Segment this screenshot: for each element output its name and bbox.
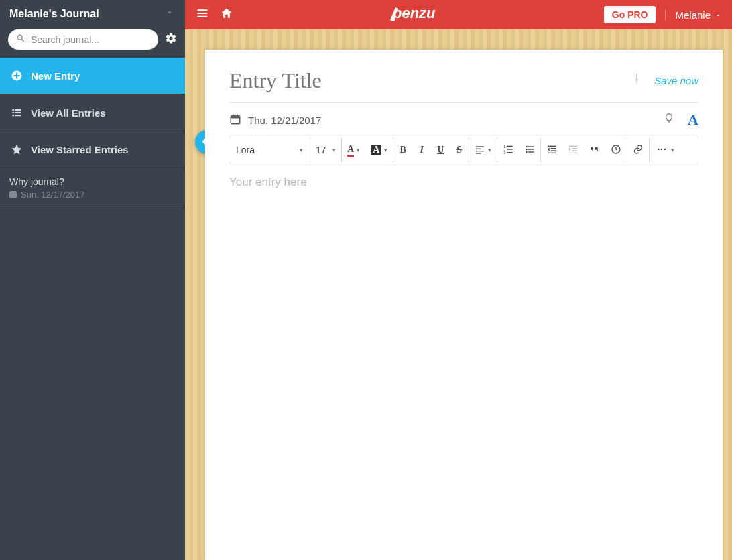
sidebar-item-view-all[interactable]: View All Entries: [0, 94, 185, 131]
ordered-list-icon: 123: [503, 144, 513, 157]
sidebar: Melanie's Journal New Entry: [0, 0, 185, 560]
settings-button[interactable]: [165, 32, 177, 47]
caret-down-icon: ▾: [332, 147, 336, 153]
svg-rect-22: [476, 153, 481, 153]
text-style-button[interactable]: A: [688, 111, 698, 129]
outdent-button[interactable]: [541, 137, 562, 163]
bold-button[interactable]: B: [393, 137, 412, 163]
svg-rect-17: [233, 114, 234, 117]
svg-point-44: [658, 148, 660, 150]
sidebar-item-label: New Entry: [31, 70, 80, 82]
svg-rect-41: [572, 150, 577, 151]
pin-icon[interactable]: [631, 73, 642, 89]
unordered-list-button[interactable]: [519, 137, 540, 163]
svg-rect-11: [198, 16, 208, 17]
insert-time-button[interactable]: [605, 137, 627, 163]
svg-point-45: [661, 148, 663, 150]
prompt-button[interactable]: [664, 113, 674, 127]
svg-point-29: [526, 145, 528, 147]
indent-button[interactable]: [562, 137, 584, 163]
svg-line-1: [21, 39, 23, 41]
sidebar-item-new-entry[interactable]: New Entry: [0, 58, 185, 94]
font-size-select[interactable]: 17 ▾: [310, 137, 341, 163]
svg-rect-19: [476, 146, 484, 147]
svg-rect-10: [198, 13, 208, 14]
svg-text:3: 3: [504, 151, 506, 155]
svg-point-33: [526, 151, 528, 153]
indent-icon: [568, 144, 578, 157]
bold-icon: B: [400, 145, 406, 155]
svg-rect-34: [528, 151, 534, 152]
entry-list-item[interactable]: Why journal? Sun. 12/17/2017: [0, 168, 185, 208]
highlight-icon: A: [371, 145, 381, 155]
svg-rect-30: [528, 146, 534, 147]
insert-link-button[interactable]: [627, 137, 649, 163]
caret-down-icon: ▾: [357, 147, 360, 153]
svg-rect-7: [12, 115, 14, 116]
text-color-button[interactable]: A ▾: [342, 137, 365, 163]
clock-icon: [611, 144, 621, 157]
caret-down-icon: ▾: [300, 147, 303, 153]
svg-rect-39: [569, 145, 577, 146]
svg-rect-16: [231, 115, 240, 118]
strikethrough-button[interactable]: S: [450, 137, 469, 163]
lightbulb-icon: [664, 115, 674, 127]
logo[interactable]: penzu: [386, 3, 450, 26]
svg-rect-36: [551, 148, 556, 149]
svg-rect-8: [15, 115, 21, 116]
ordered-list-button[interactable]: 123: [497, 137, 519, 163]
caret-down-icon: [715, 9, 721, 21]
svg-text:1: 1: [504, 145, 506, 149]
font-family-select[interactable]: Lora ▾: [229, 137, 310, 163]
align-button[interactable]: ▾: [469, 137, 497, 163]
caret-down-icon: ▾: [488, 147, 491, 153]
quote-icon: [589, 144, 600, 157]
user-menu[interactable]: Melanie: [665, 9, 721, 21]
svg-rect-5: [12, 112, 14, 113]
search-input[interactable]: [31, 34, 150, 45]
menu-button[interactable]: [196, 7, 209, 23]
calendar-icon: [229, 113, 241, 127]
star-icon: [11, 143, 23, 155]
entry-date-picker[interactable]: Thu. 12/21/2017: [229, 113, 321, 127]
home-icon: [220, 7, 233, 23]
chevron-down-icon: [165, 8, 174, 20]
highlight-color-button[interactable]: A ▾: [365, 137, 393, 163]
svg-rect-3: [12, 109, 14, 111]
entry-list-item-title: Why journal?: [9, 176, 176, 187]
link-icon: [633, 144, 644, 157]
save-now-link[interactable]: Save now: [654, 75, 698, 86]
caret-down-icon: ▾: [384, 147, 387, 153]
entry-title-input[interactable]: [229, 68, 631, 93]
svg-point-43: [612, 145, 620, 153]
underline-button[interactable]: U: [431, 137, 450, 163]
plus-circle-icon: [11, 70, 23, 82]
unordered-list-icon: [524, 144, 535, 157]
blockquote-button[interactable]: [584, 137, 605, 163]
search-box[interactable]: [8, 29, 158, 50]
svg-rect-28: [507, 152, 513, 153]
svg-rect-32: [528, 149, 534, 149]
svg-rect-4: [15, 109, 21, 111]
entry-body-editor[interactable]: Your entry here: [205, 163, 723, 201]
svg-rect-35: [548, 145, 556, 146]
sidebar-item-label: View All Entries: [31, 107, 106, 119]
italic-button[interactable]: I: [412, 137, 431, 163]
home-button[interactable]: [220, 7, 233, 23]
svg-rect-37: [551, 150, 556, 151]
outdent-icon: [546, 144, 557, 157]
gear-icon: [165, 32, 177, 47]
journal-picker[interactable]: Melanie's Journal: [0, 0, 185, 29]
hamburger-icon: [196, 7, 209, 23]
align-left-icon: [475, 144, 485, 157]
svg-point-0: [17, 35, 22, 40]
go-pro-button[interactable]: Go PRO: [604, 6, 656, 23]
more-menu-button[interactable]: ▾: [650, 137, 680, 163]
text-color-icon: A: [347, 144, 354, 157]
svg-rect-38: [548, 152, 556, 153]
lock-icon: [9, 191, 17, 198]
underline-icon: U: [437, 145, 444, 155]
svg-rect-18: [237, 114, 238, 117]
sidebar-item-view-starred[interactable]: View Starred Entries: [0, 131, 185, 168]
svg-rect-20: [476, 148, 481, 149]
